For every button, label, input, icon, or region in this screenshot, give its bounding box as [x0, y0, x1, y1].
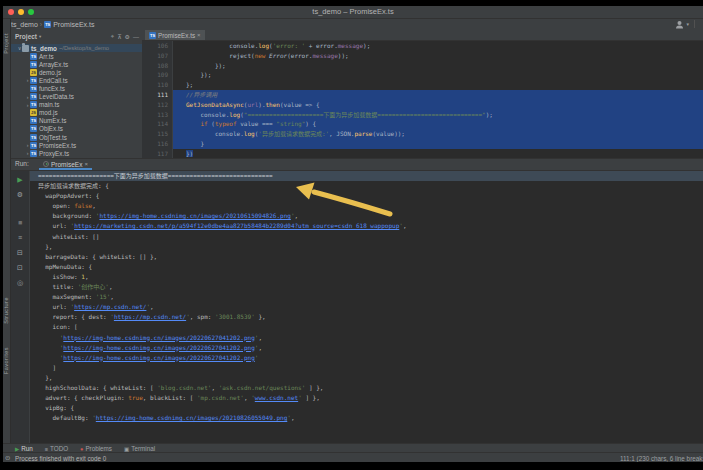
- code-line[interactable]: reject(new Error(error.message));: [173, 51, 703, 61]
- console-line: icon: [: [30, 322, 703, 332]
- tree-item-numex-ts[interactable]: TSNumEx.ts: [11, 117, 142, 125]
- run-console[interactable]: =====================下面为异步加载数据==========…: [30, 171, 703, 444]
- js-file-icon: JS: [30, 69, 37, 76]
- code-line[interactable]: console.log('异步加载请求数据完成:', JSON.parse(va…: [173, 129, 703, 139]
- project-view-caret-icon[interactable]: ▾: [39, 34, 41, 39]
- console-link[interactable]: https://img-home.csdnimg.cn/images/20220…: [63, 354, 254, 361]
- run-tab-label: PromiseEx: [51, 161, 82, 168]
- ts-file-icon: TS: [30, 125, 37, 132]
- stripe-structure-button[interactable]: Structure: [3, 297, 10, 324]
- code-line[interactable]: }): [173, 149, 703, 158]
- line-number[interactable]: 114: [142, 119, 172, 129]
- toolwindow-stripe: Project Structure Favorites: [3, 19, 11, 462]
- tree-item-demo-js[interactable]: JSdemo.js: [11, 68, 142, 76]
- line-number[interactable]: 109: [142, 70, 172, 80]
- user-dropdown-caret-icon[interactable]: ▾: [686, 21, 689, 27]
- project-panel-title[interactable]: Project: [15, 33, 37, 40]
- console-link[interactable]: https://marketing.csdn.net/p/a594f12e0db…: [74, 222, 399, 229]
- locate-file-icon[interactable]: ⌖: [111, 33, 114, 40]
- tree-item-arr-ts[interactable]: TSArr.ts: [11, 52, 142, 60]
- hide-panel-icon[interactable]: —: [133, 34, 139, 40]
- line-number[interactable]: 113: [142, 110, 172, 120]
- stripe-project-button[interactable]: Project: [3, 33, 10, 54]
- code-line[interactable]: }: [173, 139, 703, 149]
- console-line: 异步加载请求数据完成: {: [30, 181, 703, 191]
- console-line: url: 'https://marketing.csdn.net/p/a594f…: [30, 221, 703, 231]
- tree-item-proxyex-ts[interactable]: ›TSProxyEx.ts: [11, 149, 142, 157]
- collapse-all-icon[interactable]: ⊼: [117, 33, 121, 40]
- code-line[interactable]: });: [173, 70, 703, 80]
- ts-file-icon: TS: [30, 77, 37, 84]
- line-number[interactable]: 111: [142, 90, 172, 100]
- code-line[interactable]: });: [173, 61, 703, 71]
- stripe-favorites-button[interactable]: Favorites: [3, 347, 10, 374]
- line-number[interactable]: 106: [142, 41, 172, 51]
- toolwindow-run[interactable]: ▶Run: [15, 445, 33, 452]
- clear-all-icon[interactable]: ⊟: [11, 249, 29, 257]
- pin-icon[interactable]: ◎: [11, 279, 29, 287]
- console-line: defaultBg: 'https://img-home.csdnimg.cn/…: [30, 413, 703, 423]
- line-number[interactable]: 107: [142, 51, 172, 61]
- tree-item-objex-ts[interactable]: TSObjEx.ts: [11, 125, 142, 133]
- caret-position-status[interactable]: 111:1 (230 chars, 6 line breaks): [620, 455, 703, 462]
- tab-close-icon[interactable]: ×: [197, 32, 201, 38]
- tree-item-label: ObjTest.ts: [39, 134, 67, 141]
- console-link[interactable]: https://img-home.csdnimg.cn/images/20210…: [96, 414, 287, 421]
- tree-item-ts-demo[interactable]: ∨ts_demo ~/Desktop/ts_demo: [11, 44, 142, 52]
- run-tab-close-icon[interactable]: ×: [84, 161, 88, 167]
- code-line[interactable]: console.log("=====================下面为异步加…: [173, 110, 703, 120]
- toolwindow-terminal[interactable]: ▣Terminal: [124, 445, 155, 452]
- code-line[interactable]: GetJsonDataAsync(url).then(value => {: [173, 100, 703, 110]
- tree-item-mod-js[interactable]: JSmod.js: [11, 109, 142, 117]
- code-line[interactable]: if (typeof value === "string") {: [173, 119, 703, 129]
- tree-item-objtest-ts[interactable]: TSObjTest.ts: [11, 133, 142, 141]
- stop-icon[interactable]: ■: [11, 219, 29, 226]
- line-number[interactable]: 115: [142, 129, 172, 139]
- console-link[interactable]: https://img-home.csdnimg.cn/images/20220…: [63, 344, 254, 351]
- console-line: 'https://img-home.csdnimg.cn/images/2022…: [30, 353, 703, 363]
- console-link[interactable]: https://img-home.csdnimg.cn/images/20210…: [99, 212, 290, 219]
- tree-item-arrayex-ts[interactable]: TSArrayEx.ts: [11, 60, 142, 68]
- ts-file-icon: TS: [30, 93, 37, 100]
- code-editor-surface[interactable]: console.log('error: ' + error.message); …: [173, 41, 703, 158]
- breadcrumb-file[interactable]: PromiseEx.ts: [53, 21, 94, 28]
- tree-item-main-ts[interactable]: ›TSmain.ts: [11, 101, 142, 109]
- soft-wrap-icon[interactable]: ≡: [11, 234, 29, 241]
- run-settings-wrench-icon[interactable]: ⚙: [11, 191, 29, 199]
- ts-file-icon: TS: [30, 150, 37, 157]
- run-tab-promiseex[interactable]: PromiseEx ×: [39, 159, 92, 169]
- line-number[interactable]: 116: [142, 139, 172, 149]
- tree-item-funcex-ts[interactable]: TSfuncEx.ts: [11, 84, 142, 92]
- console-link[interactable]: https://mp.csdn.net/: [74, 303, 146, 310]
- scroll-to-end-icon[interactable]: ⊡: [11, 264, 29, 272]
- user-account-icon[interactable]: [675, 20, 684, 29]
- editor-tab-promiseex[interactable]: TS PromiseEx.ts ×: [145, 30, 205, 40]
- toolwindow-switcher-icon[interactable]: ⊙: [5, 454, 10, 462]
- ts-file-icon: TS: [30, 117, 37, 124]
- console-link[interactable]: https://mp.csdn.net/: [114, 313, 186, 320]
- toolwindow-todo[interactable]: ≡TODO: [45, 445, 68, 452]
- console-link[interactable]: www.csdn.net: [255, 394, 298, 401]
- breadcrumb-project[interactable]: ts_demo: [11, 21, 38, 28]
- line-number[interactable]: 117: [142, 149, 172, 158]
- console-line: whiteList: []: [30, 232, 703, 242]
- tree-item-endcall-ts[interactable]: ›TSEndCall.ts: [11, 76, 142, 84]
- settings-gear-icon[interactable]: ⚙: [125, 33, 130, 40]
- console-link[interactable]: https://img-home.csdnimg.cn/images/20220…: [63, 334, 254, 341]
- console-line: 'https://img-home.csdnimg.cn/images/2022…: [30, 343, 703, 353]
- tree-item-label: ts_demo: [31, 45, 57, 52]
- tree-item-leveldata-ts[interactable]: ›TSLevelData.ts: [11, 93, 142, 101]
- line-number[interactable]: 108: [142, 61, 172, 71]
- toolwindow-problems[interactable]: ●Problems: [80, 445, 112, 452]
- line-number[interactable]: 112: [142, 100, 172, 110]
- folder-file-icon: [22, 45, 29, 52]
- code-line[interactable]: //异步调用: [173, 90, 703, 100]
- code-line[interactable]: };: [173, 80, 703, 90]
- code-line[interactable]: console.log('error: ' + error.message);: [173, 41, 703, 51]
- line-number[interactable]: 110: [142, 80, 172, 90]
- tree-item-label: Arr.ts: [39, 53, 54, 60]
- rerun-icon[interactable]: ▶: [11, 176, 29, 184]
- toolwindow-todo-icon: ≡: [45, 446, 48, 452]
- tree-item-promiseex-ts[interactable]: ›TSPromiseEx.ts: [11, 141, 142, 149]
- project-panel: Project ▾ ⌖⊼⚙— ∨ts_demo ~/Desktop/ts_dem…: [11, 30, 143, 158]
